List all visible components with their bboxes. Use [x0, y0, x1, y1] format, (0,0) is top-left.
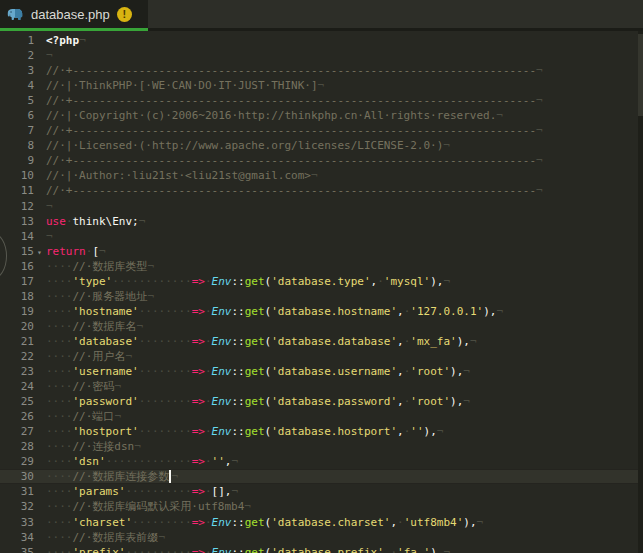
- line-number: 17: [0, 274, 34, 289]
- tab-database-php[interactable]: database.php !: [0, 0, 148, 28]
- code-line[interactable]: 7//·+-----------------------------------…: [0, 123, 643, 138]
- code-line[interactable]: 8//·|·Licensed·(·http://www.apache.org/l…: [0, 138, 643, 153]
- code-line[interactable]: 13use·think\Env;¬: [0, 214, 643, 229]
- line-number: 24: [0, 379, 34, 394]
- code-text: ····'hostname'········=>·Env::get('datab…: [34, 304, 503, 319]
- line-number: 33: [0, 515, 34, 530]
- code-line[interactable]: 11//·+----------------------------------…: [0, 183, 643, 198]
- line-number: 6: [0, 108, 34, 123]
- code-text: use·think\Env;¬: [34, 214, 145, 229]
- code-text: ····//·用户名¬: [34, 349, 132, 364]
- code-line-current[interactable]: 30····//·数据库连接参数¬: [0, 469, 643, 484]
- line-number: 19: [0, 304, 34, 319]
- line-number: 34: [0, 530, 34, 545]
- code-line[interactable]: 20····//·数据库名¬: [0, 319, 643, 334]
- vertical-scrollbar[interactable]: [638, 31, 643, 553]
- code-text: ¬: [34, 229, 53, 244]
- line-number: 35: [0, 545, 34, 553]
- code-line[interactable]: 25····'password'········=>·Env::get('dat…: [0, 394, 643, 409]
- line-number: 10: [0, 168, 34, 183]
- tab-bar: database.php !: [0, 0, 643, 28]
- line-number: 15: [0, 244, 34, 259]
- code-line[interactable]: 26····//·端口¬: [0, 409, 643, 424]
- code-line[interactable]: 6//·|·Copyright·(c)·2006~2016·http://thi…: [0, 108, 643, 123]
- code-line[interactable]: 22····//·用户名¬: [0, 349, 643, 364]
- code-text: ····//·数据库连接参数¬: [34, 469, 178, 484]
- line-number: 25: [0, 394, 34, 409]
- code-text: //·+------------------------------------…: [34, 183, 543, 198]
- code-line[interactable]: 5//·+-----------------------------------…: [0, 93, 643, 108]
- line-number: 2: [0, 48, 34, 63]
- line-number: 3: [0, 63, 34, 78]
- code-text: ····//·数据库类型¬: [34, 259, 154, 274]
- code-line[interactable]: 21····'database'········=>·Env::get('dat…: [0, 334, 643, 349]
- line-number: 12: [0, 199, 34, 214]
- code-line[interactable]: 14¬: [0, 229, 643, 244]
- code-line[interactable]: 3//·+-----------------------------------…: [0, 63, 643, 78]
- code-line[interactable]: 12¬: [0, 199, 643, 214]
- code-text: ····'charset'·········=>·Env::get('datab…: [34, 515, 483, 530]
- code-line[interactable]: 29····'dsn'·············=>·'',¬: [0, 454, 643, 469]
- line-number: 31: [0, 484, 34, 499]
- tab-title: database.php: [31, 7, 110, 22]
- line-number: 5: [0, 93, 34, 108]
- line-number: 9: [0, 153, 34, 168]
- code-text: ····//·服务器地址¬: [34, 289, 154, 304]
- code-editor[interactable]: 1<?php¬2¬3//·+--------------------------…: [0, 31, 643, 553]
- code-line[interactable]: 23····'username'········=>·Env::get('dat…: [0, 364, 643, 379]
- code-text: ····'prefix'··········=>·Env::get('datab…: [34, 545, 450, 553]
- code-text: ····'params'··········=>·[],¬: [34, 484, 238, 499]
- code-line[interactable]: 35····'prefix'··········=>·Env::get('dat…: [0, 545, 643, 553]
- code-text: ····'dsn'·············=>·'',¬: [34, 454, 238, 469]
- line-number: 20: [0, 319, 34, 334]
- code-line[interactable]: 34····//·数据库表前缀¬: [0, 530, 643, 545]
- code-text: //·+------------------------------------…: [34, 93, 543, 108]
- line-number: 1: [0, 33, 34, 48]
- code-line[interactable]: 24····//·密码¬: [0, 379, 643, 394]
- line-number: 8: [0, 138, 34, 153]
- code-line[interactable]: 17····'type'············=>·Env::get('dat…: [0, 274, 643, 289]
- code-text: //·|·Author:·liu21st·<liu21st@gmail.com>…: [34, 168, 318, 183]
- code-lines: 1<?php¬2¬3//·+--------------------------…: [0, 33, 643, 553]
- code-line[interactable]: 19····'hostname'········=>·Env::get('dat…: [0, 304, 643, 319]
- code-line[interactable]: 32····//·数据库编码默认采用·utf8mb4¬: [0, 499, 643, 514]
- code-line[interactable]: 18····//·服务器地址¬: [0, 289, 643, 304]
- line-number: 7: [0, 123, 34, 138]
- code-text: //·|·Licensed·(·http://www.apache.org/li…: [34, 138, 450, 153]
- line-number: 29: [0, 454, 34, 469]
- code-line[interactable]: 1<?php¬: [0, 33, 643, 48]
- code-text: ····//·数据库名¬: [34, 319, 143, 334]
- line-number: 21: [0, 334, 34, 349]
- code-text: //·+------------------------------------…: [34, 63, 543, 78]
- code-text: //·|·ThinkPHP·[·WE·CAN·DO·IT·JUST·THINK·…: [34, 78, 324, 93]
- code-line[interactable]: 27····'hostport'········=>·Env::get('dat…: [0, 424, 643, 439]
- code-line[interactable]: 31····'params'··········=>·[],¬: [0, 484, 643, 499]
- code-line[interactable]: 4//·|·ThinkPHP·[·WE·CAN·DO·IT·JUST·THINK…: [0, 78, 643, 93]
- scrollbar-thumb[interactable]: [638, 34, 643, 116]
- line-number: 26: [0, 409, 34, 424]
- line-number: 27: [0, 424, 34, 439]
- line-number: 30: [0, 469, 34, 484]
- code-text: ····'type'············=>·Env::get('datab…: [34, 274, 450, 289]
- editor-window: database.php ! 1<?php¬2¬3//·+-----------…: [0, 0, 643, 553]
- code-text: //·|·Copyright·(c)·2006~2016·http://thin…: [34, 108, 503, 123]
- code-text: return·[¬: [34, 244, 106, 259]
- code-line[interactable]: 28····//·连接dsn¬: [0, 439, 643, 454]
- line-number: 16: [0, 259, 34, 274]
- code-text: ¬: [34, 48, 53, 63]
- code-line[interactable]: 15▾return·[¬: [0, 244, 643, 259]
- code-text: //·+------------------------------------…: [34, 123, 543, 138]
- line-number: 28: [0, 439, 34, 454]
- code-line[interactable]: 9//·+-----------------------------------…: [0, 153, 643, 168]
- line-number: 11: [0, 183, 34, 198]
- line-number: 23: [0, 364, 34, 379]
- code-line[interactable]: 10//·|·Author:·liu21st·<liu21st@gmail.co…: [0, 168, 643, 183]
- line-number: 18: [0, 289, 34, 304]
- fold-arrow-icon[interactable]: ▾: [37, 245, 42, 260]
- code-line[interactable]: 33····'charset'·········=>·Env::get('dat…: [0, 515, 643, 530]
- line-number: 13: [0, 214, 34, 229]
- code-line[interactable]: 16····//·数据库类型¬: [0, 259, 643, 274]
- code-line[interactable]: 2¬: [0, 48, 643, 63]
- line-number: 14: [0, 229, 34, 244]
- code-text: ····//·密码¬: [34, 379, 121, 394]
